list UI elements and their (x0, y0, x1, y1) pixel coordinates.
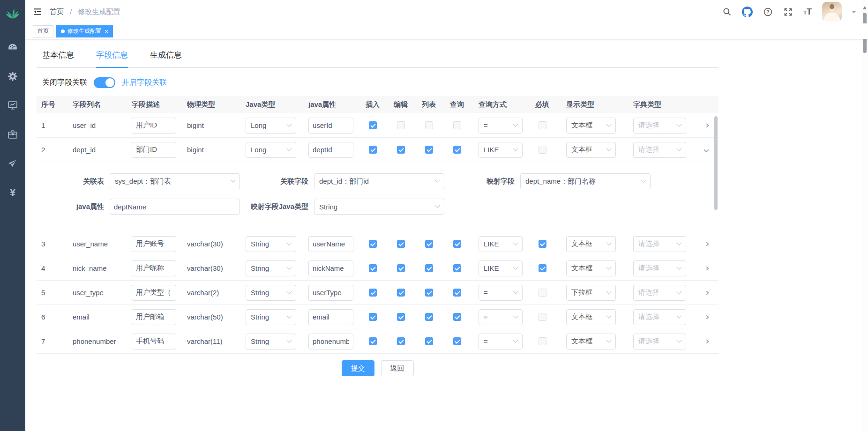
dict-type-select[interactable]: 请选择 (633, 260, 686, 276)
search-icon[interactable] (722, 7, 732, 16)
query-checkbox[interactable] (453, 146, 461, 154)
query-checkbox[interactable] (453, 121, 461, 129)
list-checkbox[interactable] (425, 313, 433, 321)
expand-row-icon[interactable] (703, 291, 709, 295)
query-checkbox[interactable] (453, 264, 461, 272)
sidebar-item-monitor-chart-icon[interactable] (6, 99, 19, 112)
back-button[interactable]: 返回 (381, 360, 414, 376)
field-desc-input[interactable] (132, 260, 176, 276)
java-type-select[interactable]: String (246, 260, 296, 276)
github-icon[interactable] (742, 7, 753, 17)
query-checkbox[interactable] (453, 313, 461, 321)
required-checkbox[interactable] (539, 313, 546, 321)
insert-checkbox[interactable] (369, 240, 377, 248)
insert-checkbox[interactable] (369, 289, 377, 297)
display-type-select[interactable]: 文本框 (566, 118, 616, 134)
dict-type-select[interactable]: 请选择 (633, 285, 686, 301)
query-type-select[interactable]: = (479, 334, 523, 349)
query-type-select[interactable]: LIKE (479, 236, 523, 252)
expand-row-icon[interactable] (703, 124, 709, 127)
sidebar-item-toolbox-icon[interactable] (6, 128, 19, 141)
required-checkbox[interactable] (539, 337, 546, 345)
display-type-select[interactable]: 文本框 (566, 142, 616, 158)
field-desc-input[interactable] (132, 236, 176, 252)
font-size-icon[interactable]: TT (803, 7, 812, 17)
java-attr-input[interactable] (308, 260, 353, 276)
insert-checkbox[interactable] (369, 337, 377, 345)
sidebar-item-yen-icon[interactable]: ¥ (6, 186, 19, 199)
java-attr-input[interactable] (308, 236, 353, 252)
required-checkbox[interactable] (539, 289, 546, 297)
edit-checkbox[interactable] (397, 240, 405, 248)
required-checkbox[interactable] (539, 240, 546, 248)
expand-row-icon[interactable] (703, 315, 709, 319)
query-checkbox[interactable] (453, 289, 461, 297)
dict-type-select[interactable]: 请选择 (633, 334, 686, 349)
field-relation-switch[interactable] (94, 77, 115, 88)
dict-type-select[interactable]: 请选择 (633, 236, 686, 252)
query-type-select[interactable]: = (479, 309, 523, 325)
list-checkbox[interactable] (425, 240, 433, 248)
scroll-up-arrow-icon[interactable] (863, 4, 867, 9)
toggle-on-label[interactable]: 开启字段关联 (122, 78, 167, 88)
field-desc-input[interactable] (132, 309, 176, 325)
field-desc-input[interactable] (132, 285, 176, 301)
java-attr-input[interactable] (110, 199, 240, 215)
java-type-select[interactable]: Long (246, 142, 296, 158)
required-checkbox[interactable] (539, 121, 546, 129)
sidebar-item-guide-plane-icon[interactable] (6, 157, 19, 170)
sidebar-item-dashboard-icon[interactable] (6, 41, 19, 54)
java-type-select[interactable]: String (246, 285, 296, 301)
query-type-select[interactable]: = (479, 285, 523, 301)
expand-row-icon[interactable] (703, 267, 709, 270)
java-attr-input[interactable] (308, 334, 353, 349)
table-scrollbar-thumb[interactable] (714, 116, 718, 210)
relation-table-select[interactable]: sys_dept：部门表 (110, 173, 240, 189)
edit-checkbox[interactable] (397, 264, 405, 272)
field-desc-input[interactable] (132, 118, 176, 134)
page-scrollbar[interactable] (861, 0, 868, 431)
expand-row-icon[interactable] (703, 340, 709, 343)
list-checkbox[interactable] (425, 264, 433, 272)
help-icon[interactable]: ? (763, 7, 773, 17)
edit-checkbox[interactable] (397, 121, 405, 129)
display-type-select[interactable]: 下拉框 (566, 285, 616, 301)
list-checkbox[interactable] (425, 121, 433, 129)
edit-checkbox[interactable] (397, 313, 405, 321)
edit-checkbox[interactable] (397, 337, 405, 345)
edit-checkbox[interactable] (397, 146, 405, 154)
java-attr-input[interactable] (308, 285, 353, 301)
list-checkbox[interactable] (425, 146, 433, 154)
tab-generate-info[interactable]: 生成信息 (150, 50, 182, 67)
query-type-select[interactable]: LIKE (479, 142, 523, 158)
edit-checkbox[interactable] (397, 289, 405, 297)
list-checkbox[interactable] (425, 337, 433, 345)
java-type-select[interactable]: String (246, 309, 296, 325)
expand-row-icon[interactable] (703, 242, 709, 246)
breadcrumb-home[interactable]: 首页 (50, 7, 64, 15)
dict-type-select[interactable]: 请选择 (633, 309, 686, 325)
tag-current[interactable]: 修改生成配置 × (56, 25, 113, 37)
field-desc-input[interactable] (132, 334, 176, 349)
insert-checkbox[interactable] (369, 146, 377, 154)
java-attr-input[interactable] (308, 309, 353, 325)
dict-type-select[interactable]: 请选择 (633, 142, 686, 158)
sidebar-item-system-gear-icon[interactable] (6, 70, 19, 83)
tag-home[interactable]: 首页 (33, 25, 53, 37)
query-type-select[interactable]: = (479, 118, 523, 134)
display-type-select[interactable]: 文本框 (566, 334, 616, 349)
submit-button[interactable]: 提交 (342, 360, 374, 376)
list-checkbox[interactable] (425, 289, 433, 297)
fullscreen-icon[interactable] (783, 7, 793, 17)
display-type-select[interactable]: 文本框 (566, 236, 616, 252)
query-checkbox[interactable] (453, 240, 461, 248)
required-checkbox[interactable] (539, 146, 546, 154)
sidebar-fold-icon[interactable] (33, 7, 42, 16)
query-type-select[interactable]: LIKE (479, 260, 523, 276)
java-attr-input[interactable] (308, 142, 353, 158)
java-attr-input[interactable] (308, 118, 353, 134)
insert-checkbox[interactable] (369, 121, 377, 129)
query-checkbox[interactable] (453, 337, 461, 345)
relation-field-select[interactable]: dept_id：部门id (314, 173, 444, 189)
dict-type-select[interactable]: 请选择 (633, 118, 686, 134)
